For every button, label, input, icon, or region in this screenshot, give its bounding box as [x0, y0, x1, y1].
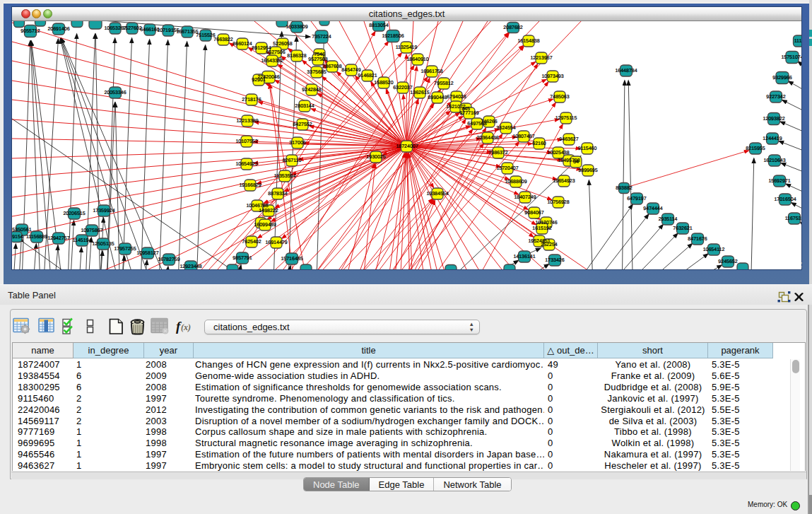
svg-text:64: 64 — [573, 160, 579, 165]
svg-text:7663822: 7663822 — [213, 37, 233, 42]
svg-text:16448784: 16448784 — [615, 69, 637, 74]
svg-text:10973493: 10973493 — [541, 74, 563, 79]
svg-text:9899695: 9899695 — [578, 168, 597, 173]
svg-text:9242848: 9242848 — [302, 88, 321, 93]
svg-text:2935114: 2935114 — [659, 217, 678, 222]
svg-text:7546: 7546 — [314, 52, 325, 57]
svg-text:9777169: 9777169 — [459, 111, 478, 116]
svg-text:1117: 1117 — [794, 39, 801, 44]
svg-text:1930025: 1930025 — [366, 155, 385, 160]
svg-text:20364436: 20364436 — [476, 136, 498, 141]
svg-text:20691406: 20691406 — [47, 27, 69, 32]
svg-text:746266: 746266 — [481, 119, 497, 124]
svg-text:11353594: 11353594 — [274, 174, 296, 179]
svg-text:11325419: 11325419 — [396, 45, 418, 50]
svg-text:9146821: 9146821 — [358, 74, 377, 78]
svg-text:10688609: 10688609 — [505, 180, 526, 185]
svg-text:3624554: 3624554 — [496, 126, 515, 131]
svg-text:3375685: 3375685 — [307, 70, 326, 75]
svg-text:10025438: 10025438 — [547, 151, 569, 156]
svg-text:12923448: 12923448 — [180, 264, 201, 269]
svg-text:20053346: 20053346 — [104, 90, 126, 95]
svg-text:10958127: 10958127 — [136, 251, 158, 256]
svg-text:7625402: 7625402 — [242, 240, 261, 245]
svg-text:16033809: 16033809 — [286, 25, 307, 30]
svg-text:1167531: 1167531 — [785, 216, 801, 221]
svg-text:15751074: 15751074 — [781, 55, 801, 60]
svg-text:16961758: 16961758 — [420, 69, 442, 74]
svg-text:7515526: 7515526 — [196, 33, 215, 38]
svg-text:9055712: 9055712 — [20, 29, 40, 34]
svg-text:1588520: 1588520 — [374, 81, 393, 86]
svg-text:16782759: 16782759 — [158, 257, 180, 262]
svg-text:19654923: 19654923 — [553, 179, 575, 184]
svg-text:10807487: 10807487 — [512, 134, 534, 139]
svg-text:8267110: 8267110 — [283, 158, 302, 163]
svg-text:9463627: 9463627 — [559, 137, 578, 142]
svg-text:12093822: 12093822 — [763, 117, 784, 122]
svg-text:9474444: 9474444 — [643, 206, 662, 211]
svg-text:8427552: 8427552 — [293, 122, 312, 127]
svg-text:19166829: 19166829 — [239, 183, 261, 188]
svg-text:18407249: 18407249 — [514, 195, 536, 200]
svg-text:11156889: 11156889 — [26, 235, 47, 240]
svg-text:39154: 39154 — [12, 235, 23, 240]
svg-text:5350561: 5350561 — [12, 228, 31, 233]
svg-text:20206515: 20206515 — [63, 211, 85, 216]
svg-text:15692971: 15692971 — [768, 179, 790, 184]
svg-text:12942757: 12942757 — [47, 236, 69, 241]
svg-text:17359924: 17359924 — [93, 209, 114, 214]
svg-text:19384554: 19384554 — [426, 192, 448, 197]
svg-text:12505135: 12505135 — [92, 242, 114, 247]
svg-text:8186328: 8186328 — [287, 54, 306, 59]
svg-text:7357224: 7357224 — [312, 35, 331, 40]
svg-text:8990448: 8990448 — [428, 95, 447, 100]
svg-text:12213389: 12213389 — [236, 119, 258, 124]
svg-text:10654923: 10654923 — [235, 162, 257, 167]
svg-text:8215955: 8215955 — [746, 146, 765, 151]
svg-text:62160: 62160 — [532, 141, 546, 146]
svg-text:9084067: 9084067 — [524, 211, 543, 216]
svg-text:16099489: 16099489 — [254, 223, 276, 228]
svg-text:6794028: 6794028 — [447, 95, 466, 100]
svg-text:18724007: 18724007 — [396, 144, 418, 149]
svg-text:9857791: 9857791 — [233, 256, 252, 261]
svg-text:16671355: 16671355 — [176, 30, 198, 35]
svg-text:9115460: 9115460 — [578, 146, 597, 151]
svg-text:15716485: 15716485 — [281, 257, 302, 262]
svg-text:16210643: 16210643 — [763, 158, 785, 163]
svg-text:1615192: 1615192 — [532, 226, 551, 231]
svg-text:10120746: 10120746 — [535, 221, 557, 226]
svg-text:9245652: 9245652 — [718, 259, 737, 264]
svg-text:6322037: 6322037 — [393, 86, 412, 90]
svg-text:252254: 252254 — [541, 243, 557, 247]
svg-text:1244419: 1244419 — [763, 136, 782, 141]
svg-text:16543382: 16543382 — [261, 59, 283, 64]
svg-text:1733426: 1733426 — [545, 258, 564, 263]
svg-text:14136141: 14136141 — [513, 255, 535, 259]
svg-text:2718176: 2718176 — [242, 98, 261, 103]
svg-text:16154838: 16154838 — [517, 39, 539, 44]
svg-text:19218506: 19218506 — [382, 34, 404, 39]
svg-text:12975115: 12975115 — [555, 116, 577, 121]
svg-text:12213967: 12213967 — [530, 56, 552, 61]
svg-text:9527508: 9527508 — [308, 57, 327, 62]
svg-text:17957255: 17957255 — [114, 247, 136, 252]
svg-text:8454749: 8454749 — [341, 68, 360, 73]
svg-text:1498222: 1498222 — [259, 209, 278, 214]
svg-text:1145194: 1145194 — [73, 238, 92, 243]
svg-text:2803144: 2803144 — [295, 104, 314, 109]
svg-text:8813054: 8813054 — [369, 23, 388, 28]
svg-text:893882: 893882 — [616, 186, 632, 191]
svg-text:1527602: 1527602 — [122, 26, 141, 31]
svg-text:10107552: 10107552 — [235, 139, 257, 144]
svg-text:10046768: 10046768 — [246, 204, 268, 209]
svg-text:10756928: 10756928 — [547, 200, 569, 205]
svg-text:15720407: 15720407 — [496, 166, 518, 171]
svg-text:16914479: 16914479 — [265, 240, 287, 245]
svg-text:8660124: 8660124 — [233, 42, 252, 47]
svg-text:6479197: 6479197 — [627, 197, 646, 201]
svg-text:9329966: 9329966 — [772, 76, 792, 81]
svg-text:7955812: 7955812 — [434, 81, 453, 86]
svg-text:7485063: 7485063 — [550, 95, 569, 100]
